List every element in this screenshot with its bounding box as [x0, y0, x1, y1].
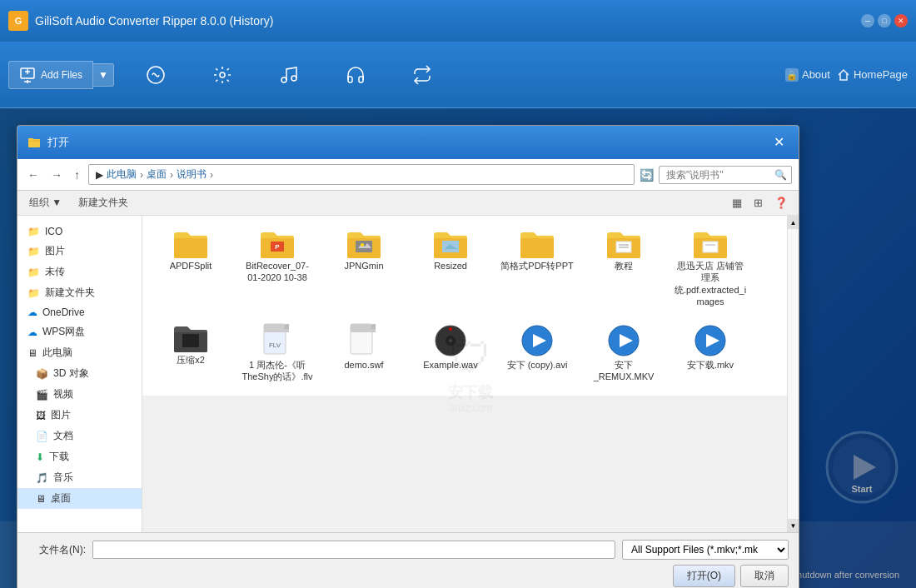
file-item-bitrecover[interactable]: P BitRecover_07-01-2020 10-38 — [236, 222, 319, 313]
sidebar-desktop-label: 桌面 — [51, 491, 71, 506]
file-item-jpngmin[interactable]: JPNGmin — [322, 222, 406, 313]
svg-point-38 — [449, 327, 452, 331]
file-icon-wav — [432, 322, 469, 359]
sidebar-item-ico[interactable]: 📁 ICO — [17, 222, 142, 241]
file-item-flv[interactable]: FLV 1 周杰伦-《听TheShy的话》.flv — [236, 316, 319, 389]
scrollbar-up[interactable]: ▲ — [788, 216, 799, 229]
sidebar-pics-icon: 📁 — [27, 246, 40, 257]
addr-part-1: ▶ — [96, 169, 103, 181]
app-title: GiliSoft Audio Converter Ripper 8.0.0 (H… — [35, 14, 861, 27]
filetype-select[interactable]: All Support Files (*.mkv;*.mk — [622, 540, 789, 560]
add-files-dropdown[interactable]: ▼ — [93, 63, 114, 87]
toolbar-equalizer[interactable] — [131, 65, 181, 85]
folder-icon-jiaocheng — [605, 228, 642, 260]
watermark-url: anxz.com — [449, 402, 491, 414]
folder-icon-jpngmin — [346, 228, 382, 260]
organize-button[interactable]: 组织 ▼ — [24, 194, 67, 212]
address-path[interactable]: ▶ 此电脑 › 桌面 › 说明书 › — [88, 164, 635, 185]
scrollbar[interactable]: ▲ ▼ — [787, 216, 799, 532]
dialog-close-button[interactable]: ✕ — [769, 132, 789, 152]
sidebar-item-pics[interactable]: 📁 图片 — [17, 241, 142, 262]
file-item-jiaocheng[interactable]: 教程 — [582, 222, 665, 313]
minimize-button[interactable]: ─ — [861, 14, 874, 27]
file-item-sixun[interactable]: 思迅天店 店铺管理系统.pdf.extracted_images — [669, 222, 752, 313]
add-files-button[interactable]: Add Files — [8, 61, 93, 89]
svg-text:P: P — [275, 243, 280, 251]
svg-text:G: G — [15, 16, 22, 26]
app-logo: G — [8, 11, 28, 31]
sidebar-item-video[interactable]: 🎬 视频 — [17, 384, 142, 405]
sidebar-pics-label: 图片 — [45, 244, 65, 258]
file-item-resized[interactable]: Resized — [409, 222, 492, 313]
file-item-avi-copy[interactable]: 安下 (copy).avi — [495, 316, 579, 389]
sidebar-item-thispc[interactable]: 🖥 此电脑 — [17, 342, 142, 363]
sidebar-download-icon: ⬇ — [36, 451, 44, 463]
file-icon-remux — [605, 322, 642, 359]
back-button[interactable]: ← — [24, 167, 42, 183]
file-item-apdf[interactable]: APDFSplit — [149, 222, 232, 313]
file-item-mkv[interactable]: 安下载.mkv — [669, 316, 752, 389]
sidebar-item-wps[interactable]: ☁ WPS网盘 — [17, 321, 142, 342]
filename-label: 文件名(N): — [27, 543, 86, 557]
sidebar-item-newfolder[interactable]: 📁 新建文件夹 — [17, 282, 142, 303]
search-wrapper: 🔍 — [659, 166, 792, 184]
forward-button[interactable]: → — [47, 167, 66, 183]
refresh-button[interactable]: 🔄 — [640, 168, 654, 182]
addr-folder[interactable]: 说明书 — [177, 167, 207, 182]
homepage-button[interactable]: HomePage — [837, 68, 908, 82]
sidebar-item-images[interactable]: 🖼 图片 — [17, 405, 142, 426]
filename-row: 文件名(N): All Support Files (*.mkv;*.mk — [27, 540, 789, 560]
file-item-resized-label: Resized — [434, 260, 467, 272]
close-button[interactable]: ✕ — [894, 14, 908, 27]
add-files-control: Add Files ▼ — [8, 61, 114, 89]
about-button[interactable]: 🔒 About — [785, 68, 830, 82]
toolbar-headphone[interactable] — [331, 65, 381, 85]
toolbar-convert[interactable] — [397, 65, 447, 85]
view-list-button[interactable]: ▦ — [728, 194, 746, 212]
file-item-sixun-label: 思迅天店 店铺管理系统.pdf.extracted_images — [673, 260, 748, 307]
folder-icon-apdf — [172, 228, 209, 260]
maximize-button[interactable]: □ — [878, 14, 891, 27]
sidebar-item-download[interactable]: ⬇ 下载 — [17, 446, 142, 467]
file-item-wav[interactable]: Example.wav — [409, 316, 492, 389]
sidebar-desktop-icon: 🖥 — [36, 493, 46, 505]
scrollbar-down[interactable]: ▼ — [788, 519, 799, 532]
file-item-remux[interactable]: 安下_REMUX.MKV — [582, 316, 665, 389]
sidebar-thispc-icon: 🖥 — [27, 347, 37, 359]
sidebar-newfolder-icon: 📁 — [27, 287, 40, 299]
scrollbar-track[interactable] — [788, 229, 799, 519]
file-item-wav-label: Example.wav — [423, 359, 477, 371]
sidebar-item-upload[interactable]: 📁 未传 — [17, 262, 142, 282]
view-details-button[interactable]: ⊞ — [749, 194, 767, 212]
file-icon-swf — [346, 322, 382, 359]
dialog-body: 📁 ICO 📁 图片 📁 未传 📁 新建文件夹 — [17, 216, 799, 532]
dialog-title-left: 打开 — [27, 135, 69, 150]
toolbar-music[interactable] — [264, 65, 314, 85]
addr-desktop[interactable]: 桌面 — [147, 167, 167, 182]
search-input[interactable] — [659, 166, 792, 184]
sidebar-item-music[interactable]: 🎵 音乐 — [17, 467, 142, 488]
file-item-pdf2ppt[interactable]: 简格式PDF转PPT — [495, 222, 579, 313]
open-button[interactable]: 打开(O) — [673, 565, 735, 587]
sidebar-item-3d[interactable]: 📦 3D 对象 — [17, 363, 142, 384]
file-item-pdf2ppt-label: 简格式PDF转PPT — [500, 260, 573, 272]
addr-pc[interactable]: 此电脑 — [107, 167, 137, 182]
sidebar-item-onedrive[interactable]: ☁ OneDrive — [17, 303, 142, 321]
file-item-compress[interactable]: 压缩x2 — [149, 316, 232, 389]
file-item-swf[interactable]: demo.swf — [322, 316, 406, 389]
sidebar-item-desktop[interactable]: 🖥 桌面 — [17, 488, 142, 509]
sidebar-item-docs[interactable]: 📄 文档 — [17, 426, 142, 446]
titlebar: G GiliSoft Audio Converter Ripper 8.0.0 … — [0, 0, 916, 42]
sidebar-wps-icon: ☁ — [27, 326, 37, 338]
new-folder-button[interactable]: 新建文件夹 — [73, 194, 133, 212]
file-sidebar: 📁 ICO 📁 图片 📁 未传 📁 新建文件夹 — [17, 216, 142, 532]
dialog-title-text: 打开 — [47, 135, 69, 150]
cancel-button[interactable]: 取消 — [740, 565, 789, 587]
toolbar-settings[interactable] — [197, 65, 247, 85]
up-button[interactable]: ↑ — [71, 167, 83, 183]
svg-text:🔒: 🔒 — [786, 69, 798, 81]
filename-input[interactable] — [92, 541, 615, 559]
address-bar: ← → ↑ ▶ 此电脑 › 桌面 › 说明书 › 🔄 🔍 — [17, 159, 799, 191]
svg-text:FLV: FLV — [269, 341, 281, 349]
view-help-button[interactable]: ❓ — [770, 194, 792, 212]
